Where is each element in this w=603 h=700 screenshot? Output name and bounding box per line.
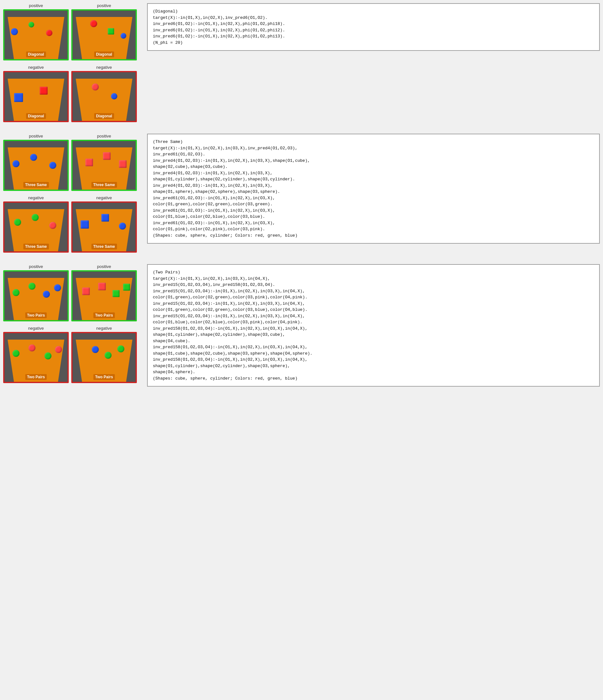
cube-shape [112, 290, 120, 297]
app: positivepositiveDiagonalDiagonalnegative… [3, 3, 600, 386]
negative-label: negative [71, 195, 137, 200]
sphere-shape [28, 22, 34, 27]
scene-canvas: Three Same [73, 141, 135, 190]
cube-shape [123, 284, 130, 291]
negative-label: negative [3, 65, 69, 70]
scene-canvas: Two Pairs [73, 272, 135, 320]
code-box-diagonal: (Diagonal) target(X):-in(O1,X),in(O2,X),… [147, 3, 600, 51]
negative-label: negative [71, 65, 137, 70]
code-box-two-pairs: (Two Pairs) target(X):-in(O1,X),in(O2,X)… [147, 264, 600, 386]
scene-canvas: Two Pairs [4, 272, 68, 320]
sphere-shape [119, 223, 126, 230]
scene-canvas: Two Pairs [73, 333, 135, 382]
sphere-shape [43, 291, 50, 298]
scene-wrapper: Two Pairs [71, 332, 137, 383]
scene-wrapper: Three Same [71, 201, 137, 253]
scene-wrapper: Two Pairs [3, 332, 69, 383]
scene-canvas: Three Same [4, 141, 68, 190]
positive-label: positive [71, 264, 137, 269]
code-box-three-same: (Three Same) target(X):-in(O1,X),in(O2,X… [147, 134, 600, 244]
cube-shape [82, 288, 90, 295]
cube-shape [14, 93, 23, 102]
section-diagonal: positivepositiveDiagonalDiagonalnegative… [3, 3, 600, 124]
sphere-shape [14, 219, 21, 226]
scene-label: Diagonal [94, 51, 114, 57]
positive-label: positive [3, 3, 69, 8]
scene-wrapper: Three Same [3, 140, 69, 191]
scene-canvas: Diagonal [4, 72, 68, 121]
negative-label-row: negativenegative [3, 326, 141, 331]
scene-canvas: Diagonal [4, 10, 68, 59]
sphere-shape [54, 284, 61, 291]
scene-label: Two Pairs [93, 312, 115, 318]
positive-label-row: positivepositive [3, 264, 141, 269]
positive-label: positive [3, 134, 69, 139]
scene-label: Three Same [91, 182, 117, 188]
positive-images-row: Three SameThree Same [3, 140, 141, 191]
sphere-shape [12, 160, 20, 167]
sphere-shape [104, 352, 111, 359]
sphere-shape [30, 154, 37, 161]
negative-label-row: negativenegative [3, 195, 141, 200]
sphere-shape [92, 83, 99, 91]
negative-images-row: Two PairsTwo Pairs [3, 332, 141, 383]
sphere-shape [111, 93, 117, 99]
sphere-shape [121, 33, 126, 39]
positive-label: positive [71, 134, 137, 139]
scene-wrapper: Two Pairs [3, 270, 69, 321]
scene-wrapper: Diagonal [71, 71, 137, 122]
negative-label: negative [71, 326, 137, 331]
sphere-shape [49, 162, 56, 169]
cube-shape [40, 87, 48, 95]
cube-shape [119, 160, 127, 168]
images-panel: positivepositiveTwo PairsTwo Pairsnegati… [3, 264, 141, 385]
scene-wrapper: Three Same [71, 140, 137, 191]
sphere-shape [12, 350, 20, 357]
negative-images-row: Three SameThree Same [3, 201, 141, 253]
sphere-shape [28, 344, 35, 351]
cube-shape [108, 28, 114, 34]
cube-shape [85, 158, 93, 166]
scene-wrapper: Three Same [3, 201, 69, 253]
sphere-shape [90, 20, 97, 27]
scene-label: Diagonal [26, 51, 46, 57]
scene-wrapper: Diagonal [71, 9, 137, 60]
positive-label: positive [3, 264, 69, 269]
sphere-shape [92, 346, 99, 353]
positive-label-row: positivepositive [3, 134, 141, 139]
scene-label: Diagonal [94, 113, 114, 119]
sphere-shape [11, 28, 18, 35]
scene-canvas: Diagonal [73, 10, 135, 59]
scene-wrapper: Two Pairs [71, 270, 137, 321]
sphere-shape [12, 289, 20, 296]
positive-images-row: Two PairsTwo Pairs [3, 270, 141, 321]
scene-label: Two Pairs [25, 374, 47, 380]
section-two-pairs: positivepositiveTwo PairsTwo Pairsnegati… [3, 264, 600, 386]
scene-label: Two Pairs [93, 374, 115, 380]
positive-images-row: DiagonalDiagonal [3, 9, 141, 60]
images-panel: positivepositiveThree SameThree Samenega… [3, 134, 141, 254]
scene-canvas: Two Pairs [4, 333, 68, 382]
scene-wrapper: Diagonal [3, 9, 69, 60]
scene-label: Three Same [23, 244, 49, 249]
section-three-same: positivepositiveThree SameThree Samenega… [3, 134, 600, 254]
scene-label: Three Same [23, 182, 49, 188]
sphere-shape [55, 346, 62, 353]
cube-shape [98, 283, 106, 290]
sphere-shape [46, 30, 52, 36]
scene-label: Diagonal [26, 113, 46, 119]
scene-label: Three Same [91, 244, 117, 249]
cube-shape [81, 220, 89, 229]
sphere-shape [117, 345, 124, 352]
images-panel: positivepositiveDiagonalDiagonalnegative… [3, 3, 141, 124]
scene-label: Two Pairs [25, 312, 47, 318]
scene-canvas: Three Same [4, 203, 68, 251]
negative-label: negative [3, 326, 69, 331]
sphere-shape [49, 222, 56, 229]
positive-label-row: positivepositive [3, 3, 141, 8]
sphere-shape [32, 214, 39, 221]
scene-canvas: Three Same [73, 203, 135, 251]
sphere-shape [45, 352, 51, 359]
scene-canvas: Diagonal [73, 72, 135, 121]
cube-shape [101, 214, 109, 222]
